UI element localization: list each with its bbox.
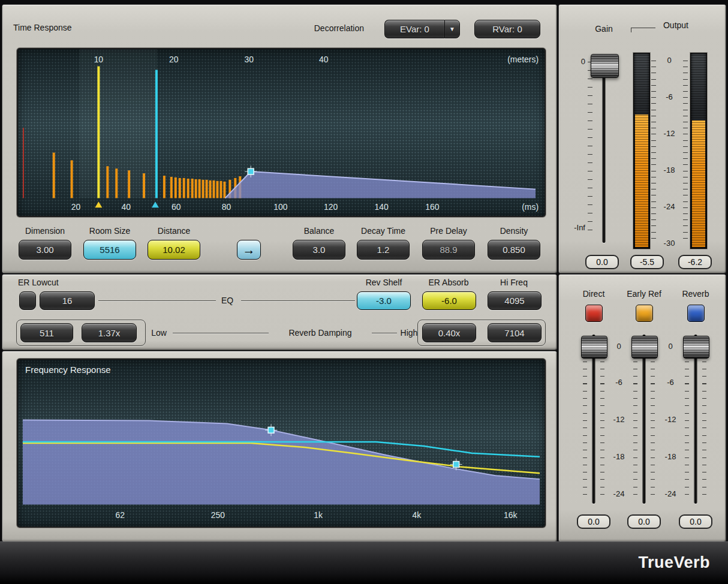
bottom-bar: TrueVerb — [0, 541, 728, 584]
gain-fader-track[interactable] — [602, 57, 606, 243]
svg-text:16k: 16k — [504, 510, 518, 520]
meter-scale-6: -6 — [658, 92, 680, 101]
time-response-chart[interactable]: 10203040(meters)20406080100120140160(ms) — [18, 49, 545, 216]
time-response-graph[interactable]: 10203040(meters)20406080100120140160(ms) — [17, 48, 546, 217]
param-value-dimension[interactable]: 3.00 — [19, 240, 71, 260]
damping-low-freq-value[interactable]: 511 — [20, 323, 73, 342]
trueverb-plugin-window: Time Response Decorrelation EVar: 0 ▼ RV… — [0, 0, 728, 584]
gain-value-readout[interactable]: 0.0 — [585, 255, 619, 269]
direct-button[interactable] — [585, 305, 603, 322]
hi-freq-value[interactable]: 4095 — [488, 291, 542, 310]
param-label-density: Density — [483, 226, 545, 236]
svg-text:40: 40 — [319, 55, 329, 64]
output-bracket-line — [631, 28, 655, 32]
reverb-button[interactable] — [687, 305, 705, 322]
svg-text:1k: 1k — [314, 510, 323, 520]
gain-ticks — [588, 62, 592, 231]
meter-scale-0: 0 — [658, 56, 680, 65]
room-link-arrow-button[interactable]: → — [237, 240, 261, 260]
output-meter-right-fill — [692, 121, 705, 247]
reverb-damping-label: Reverb Damping — [272, 328, 368, 338]
time-response-panel: Time Response Decorrelation EVar: 0 ▼ RV… — [2, 5, 556, 273]
direct-label: Direct — [576, 289, 612, 299]
param-label-balance: Balance — [288, 226, 350, 236]
svg-text:(ms): (ms) — [522, 202, 539, 212]
meter-scale-30: -30 — [658, 239, 680, 248]
rvar-button[interactable]: RVar: 0 — [474, 20, 540, 38]
param-value-pre-delay[interactable]: 88.9 — [422, 240, 475, 260]
param-value-density[interactable]: 0.850 — [488, 240, 540, 260]
early-ref-fader-handle[interactable] — [631, 336, 658, 359]
right-arrow-icon: → — [243, 243, 255, 257]
param-value-room-size[interactable]: 5516 — [83, 240, 136, 260]
param-value-distance[interactable]: 10.02 — [148, 240, 200, 260]
frequency-response-chart[interactable]: 622501k4k16k — [18, 360, 545, 526]
output-meter-left — [633, 53, 650, 249]
er-lowcut-label: ER Lowcut — [18, 278, 59, 287]
gain-label: Gain — [586, 24, 622, 34]
param-label-decay-time: Decay Time — [352, 226, 414, 236]
er-absorb-value[interactable]: -6.0 — [422, 291, 476, 310]
reverb-fader-handle[interactable] — [683, 336, 709, 359]
frequency-response-graph[interactable]: Frequency Response 622501k4k16k — [17, 359, 546, 528]
eq-label: EQ — [217, 296, 237, 305]
mixer-scale2-18: -18 — [661, 452, 680, 461]
dropdown-arrow-icon: ▼ — [449, 26, 455, 32]
evar-dropdown-button[interactable]: ▼ — [444, 20, 460, 38]
reverb-value-readout[interactable]: 0.0 — [679, 514, 712, 529]
direct-fader-handle[interactable] — [581, 336, 607, 359]
output-meter-left-fill — [635, 115, 648, 247]
direct-value-readout[interactable]: 0.0 — [577, 514, 610, 529]
early-ref-ticks-right — [651, 347, 655, 496]
svg-text:30: 30 — [244, 55, 254, 64]
early-ref-value-readout[interactable]: 0.0 — [627, 514, 661, 529]
mixer-scale1-12: -12 — [609, 415, 628, 424]
early-ref-button[interactable] — [636, 305, 653, 322]
eq-divider-left — [98, 300, 216, 301]
svg-text:60: 60 — [172, 202, 181, 212]
rev-shelf-value[interactable]: -3.0 — [357, 291, 411, 310]
eq-divider-right — [241, 300, 355, 301]
svg-text:120: 120 — [324, 202, 338, 212]
reverb-ticks-left — [685, 347, 689, 496]
decorrelation-label: Decorrelation — [274, 23, 364, 33]
param-value-balance[interactable]: 3.0 — [293, 240, 345, 260]
direct-ticks-left — [583, 347, 587, 496]
param-value-decay-time[interactable]: 1.2 — [357, 240, 410, 260]
er-absorb-label: ER Absorb — [419, 278, 479, 287]
output-meter-right — [690, 53, 707, 249]
mixer-panel: Direct Early Ref Reverb 0 -6 -12 -18 -24… — [559, 275, 726, 541]
damping-high-freq-value[interactable]: 7104 — [488, 323, 542, 342]
direct-fader-track[interactable] — [592, 335, 595, 504]
mixer-scale2-0: 0 — [661, 342, 680, 351]
gain-fader-handle[interactable] — [591, 54, 619, 78]
er-lowcut-toggle-button[interactable] — [19, 291, 36, 310]
svg-text:(meters): (meters) — [507, 55, 539, 64]
frequency-response-title: Frequency Response — [25, 365, 111, 375]
output-label: Output — [657, 20, 694, 30]
hi-freq-label: Hi Freq — [484, 278, 544, 287]
early-ref-label: Early Ref — [622, 289, 666, 299]
evar-button[interactable]: EVar: 0 — [384, 20, 444, 38]
mixer-scale2-6: -6 — [661, 378, 680, 387]
damping-divider-right — [372, 333, 397, 333]
rev-shelf-label: Rev Shelf — [354, 278, 414, 287]
early-ref-fader-track[interactable] — [642, 335, 646, 504]
direct-ticks-right — [600, 347, 604, 496]
early-ref-ticks-left — [633, 347, 637, 496]
damping-high-label: High — [398, 328, 420, 338]
mixer-scale2-12: -12 — [661, 415, 680, 424]
damping-low-ratio-value[interactable]: 1.37x — [82, 323, 137, 342]
gain-output-panel: Gain Output 0 -Inf 0 -6 -12 -18 -24 -30 … — [559, 5, 726, 273]
er-lowcut-value[interactable]: 16 — [40, 291, 95, 310]
svg-text:20: 20 — [169, 55, 179, 64]
reverb-fader-track[interactable] — [694, 335, 697, 504]
meter-ticks-right — [683, 61, 688, 244]
param-label-room-size: Room Size — [79, 226, 141, 236]
damping-high-ratio-value[interactable]: 0.40x — [422, 323, 476, 342]
param-label-dimension: Dimension — [14, 226, 76, 236]
svg-text:250: 250 — [211, 510, 225, 520]
svg-text:20: 20 — [71, 202, 81, 212]
damping-low-label: Low — [148, 328, 170, 338]
param-label-pre-delay: Pre Delay — [417, 226, 480, 236]
